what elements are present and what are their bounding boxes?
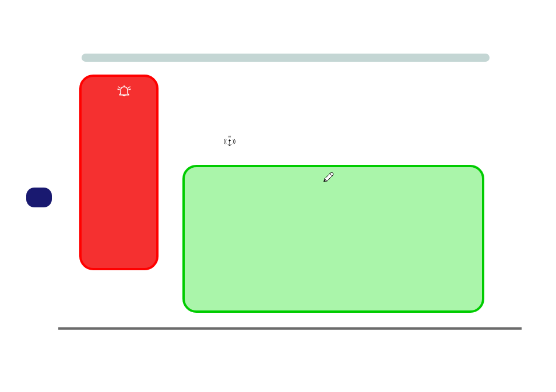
svg-line-7 xyxy=(230,144,231,146)
svg-line-3 xyxy=(128,87,130,88)
top-bar xyxy=(82,54,490,62)
svg-line-1 xyxy=(118,87,120,88)
green-box xyxy=(182,165,484,313)
red-box xyxy=(79,75,159,270)
svg-line-0 xyxy=(118,89,119,90)
bottom-line xyxy=(58,327,522,330)
svg-line-6 xyxy=(228,144,230,146)
bell-alarm-icon xyxy=(116,84,132,98)
blue-pill xyxy=(26,188,52,207)
pen-icon xyxy=(322,171,334,183)
bluetooth-antenna-icon: BT xyxy=(223,136,236,146)
svg-line-2 xyxy=(129,89,131,90)
svg-text:BT: BT xyxy=(228,136,231,138)
